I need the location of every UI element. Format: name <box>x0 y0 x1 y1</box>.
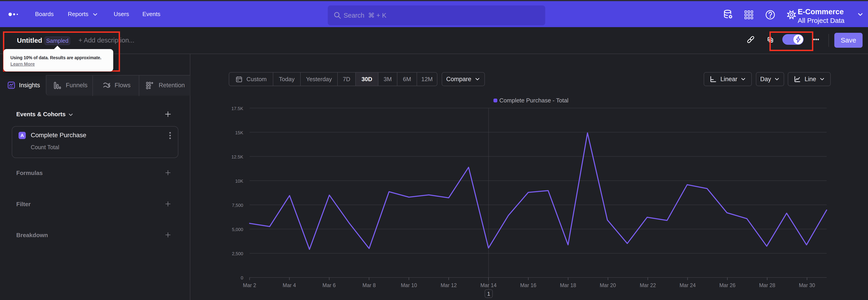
svg-text:Mar 6: Mar 6 <box>322 282 336 288</box>
svg-text:Mar 4: Mar 4 <box>283 282 296 288</box>
svg-text:Mar 10: Mar 10 <box>401 282 417 288</box>
svg-text:Mar 20: Mar 20 <box>600 282 616 288</box>
svg-text:Mar 18: Mar 18 <box>560 282 576 288</box>
svg-text:17.5K: 17.5K <box>231 106 243 111</box>
svg-text:10K: 10K <box>235 179 243 184</box>
svg-text:Mar 2: Mar 2 <box>243 282 256 288</box>
svg-text:5,000: 5,000 <box>232 227 243 232</box>
svg-text:2,500: 2,500 <box>232 251 243 256</box>
svg-text:Mar 14: Mar 14 <box>480 282 497 288</box>
svg-text:Mar 30: Mar 30 <box>799 282 815 288</box>
svg-text:0: 0 <box>241 275 243 280</box>
svg-text:Mar 24: Mar 24 <box>680 282 696 288</box>
svg-text:Mar 28: Mar 28 <box>759 282 775 288</box>
svg-text:Mar 16: Mar 16 <box>520 282 536 288</box>
svg-text:12.5K: 12.5K <box>231 154 243 159</box>
svg-text:7,500: 7,500 <box>232 203 243 208</box>
svg-text:1: 1 <box>487 291 490 297</box>
svg-text:Mar 22: Mar 22 <box>640 282 656 288</box>
svg-text:Complete Purchase - Total: Complete Purchase - Total <box>499 97 568 104</box>
svg-text:Mar 12: Mar 12 <box>440 282 457 288</box>
svg-text:Mar 26: Mar 26 <box>719 282 736 288</box>
svg-text:15K: 15K <box>235 130 243 135</box>
svg-text:Mar 8: Mar 8 <box>363 282 376 288</box>
